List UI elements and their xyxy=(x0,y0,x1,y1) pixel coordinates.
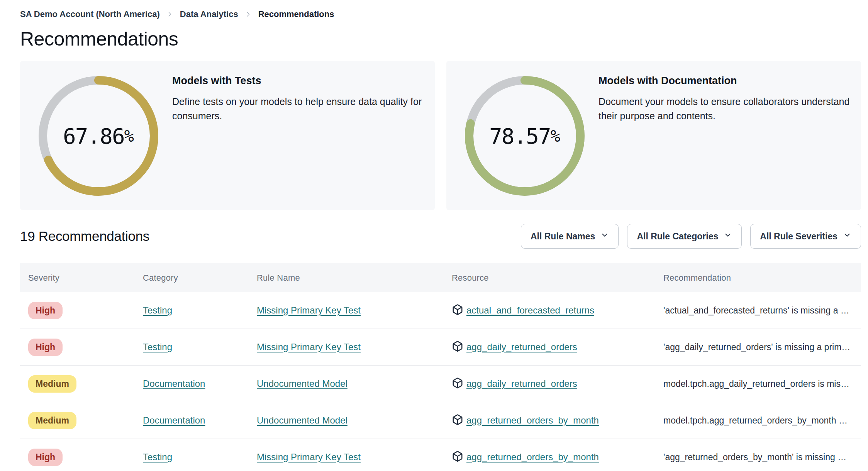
metric-description: Define tests on your models to help ensu… xyxy=(172,95,422,123)
model-cube-icon xyxy=(452,304,463,317)
metric-description-line: their purpose and contents. xyxy=(598,109,849,123)
chevron-down-icon xyxy=(843,231,851,242)
rule-name-link[interactable]: Missing Primary Key Test xyxy=(257,305,361,315)
donut-chart-tests: 67.86% xyxy=(39,76,158,196)
recommendations-table: Severity Category Rule Name Resource Rec… xyxy=(20,263,861,471)
donut-chart-documentation: 78.57% xyxy=(465,76,585,196)
category-link[interactable]: Documentation xyxy=(143,415,205,425)
severity-badge: High xyxy=(28,449,63,466)
percent-value: 67.86 xyxy=(63,124,124,149)
table-row: Medium Documentation Undocumented Model … xyxy=(20,402,861,439)
rule-name-link[interactable]: Missing Primary Key Test xyxy=(257,452,361,462)
metric-cards: 67.86% Models with Tests Define tests on… xyxy=(20,61,861,210)
recommendation-text: model.tpch.agg_daily_returned_orders is … xyxy=(655,379,861,389)
filter-label: All Rule Categories xyxy=(637,231,718,242)
severity-badge: High xyxy=(28,339,63,356)
breadcrumb-current: Recommendations xyxy=(258,9,334,19)
breadcrumb-project-link[interactable]: Data Analytics xyxy=(180,9,238,19)
table-header: Severity Category Rule Name Resource Rec… xyxy=(20,263,861,292)
filter-bar: All Rule Names All Rule Categories All R… xyxy=(521,224,861,249)
filter-rule-severities-button[interactable]: All Rule Severities xyxy=(750,224,861,249)
breadcrumb-account-link[interactable]: SA Demo Account (North America) xyxy=(20,9,160,19)
severity-badge: Medium xyxy=(28,375,76,393)
rule-name-link[interactable]: Undocumented Model xyxy=(257,378,348,389)
column-header-resource: Resource xyxy=(444,273,655,283)
metric-description-line: Document your models to ensure collabora… xyxy=(598,95,849,109)
metric-description-line: Define tests on your models to help ensu… xyxy=(172,95,422,109)
category-link[interactable]: Testing xyxy=(143,342,172,352)
recommendation-text: 'actual_and_forecasted_returns' is missi… xyxy=(655,305,861,316)
filter-rule-categories-button[interactable]: All Rule Categories xyxy=(627,224,742,249)
model-cube-icon xyxy=(452,341,463,354)
resource-link[interactable]: agg_returned_orders_by_month xyxy=(466,452,599,463)
column-header-recommendation: Recommendation xyxy=(655,273,861,283)
breadcrumb: SA Demo Account (North America) Data Ana… xyxy=(20,0,861,19)
metric-title: Models with Documentation xyxy=(598,75,849,87)
table-row: Medium Documentation Undocumented Model … xyxy=(20,366,861,402)
model-cube-icon xyxy=(452,377,463,390)
recommendation-text: model.tpch.agg_returned_orders_by_month … xyxy=(655,415,861,426)
metric-percent: 67.86% xyxy=(39,76,158,196)
chevron-down-icon xyxy=(724,231,732,242)
page-title: Recommendations xyxy=(20,28,861,50)
resource-link[interactable]: agg_returned_orders_by_month xyxy=(466,415,599,426)
percent-value: 78.57 xyxy=(489,124,551,149)
table-row: High Testing Missing Primary Key Test ag… xyxy=(20,439,861,471)
metric-title: Models with Tests xyxy=(172,75,422,87)
metric-card-text: Models with Documentation Document your … xyxy=(598,61,849,210)
resource-link[interactable]: agg_daily_returned_orders xyxy=(466,342,577,352)
chevron-down-icon xyxy=(600,231,609,242)
percent-sign: % xyxy=(124,127,134,146)
chevron-right-icon xyxy=(244,10,252,18)
metric-card-text: Models with Tests Define tests on your m… xyxy=(172,61,422,210)
severity-badge: High xyxy=(28,302,63,319)
recommendations-count: 19 Recommendations xyxy=(20,229,149,244)
chevron-right-icon xyxy=(166,10,174,18)
resource-link[interactable]: agg_daily_returned_orders xyxy=(466,378,577,389)
table-row: High Testing Missing Primary Key Test ag… xyxy=(20,329,861,366)
filter-label: All Rule Names xyxy=(531,231,595,242)
recommendation-text: 'agg_returned_orders_by_month' is missin… xyxy=(655,452,861,463)
filter-rule-names-button[interactable]: All Rule Names xyxy=(521,224,619,249)
column-header-rule-name: Rule Name xyxy=(249,273,444,283)
recommendations-page: SA Demo Account (North America) Data Ana… xyxy=(0,0,861,471)
rule-name-link[interactable]: Missing Primary Key Test xyxy=(257,342,361,352)
severity-badge: Medium xyxy=(28,412,76,429)
column-header-category: Category xyxy=(135,273,249,283)
rule-name-link[interactable]: Undocumented Model xyxy=(257,415,348,425)
category-link[interactable]: Testing xyxy=(143,452,172,462)
model-cube-icon xyxy=(452,414,463,427)
filter-label: All Rule Severities xyxy=(760,231,837,242)
metric-description-line: consumers. xyxy=(172,109,422,123)
list-header: 19 Recommendations All Rule Names All Ru… xyxy=(20,224,861,249)
metric-card-models-with-tests: 67.86% Models with Tests Define tests on… xyxy=(20,61,435,210)
metric-card-models-with-documentation: 78.57% Models with Documentation Documen… xyxy=(446,61,861,210)
metric-description: Document your models to ensure collabora… xyxy=(598,95,849,123)
percent-sign: % xyxy=(551,127,560,146)
recommendation-text: 'agg_daily_returned_orders' is missing a… xyxy=(655,342,861,352)
category-link[interactable]: Testing xyxy=(143,305,172,315)
column-header-severity: Severity xyxy=(20,273,135,283)
category-link[interactable]: Documentation xyxy=(143,378,205,389)
resource-link[interactable]: actual_and_forecasted_returns xyxy=(466,305,594,316)
metric-percent: 78.57% xyxy=(465,76,585,196)
model-cube-icon xyxy=(452,451,463,464)
table-row: High Testing Missing Primary Key Test ac… xyxy=(20,292,861,329)
